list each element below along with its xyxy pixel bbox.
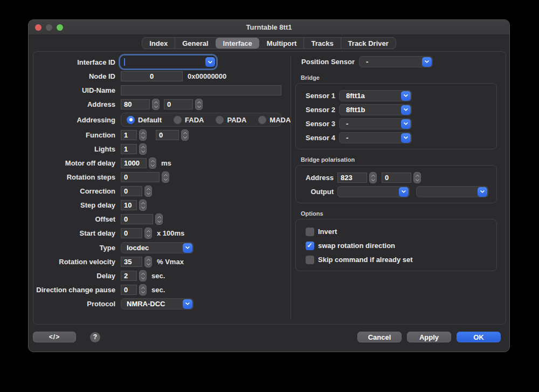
chevron-down-icon[interactable] [205,57,215,67]
checkbox-icon[interactable] [306,242,314,250]
radio-button-icon[interactable] [127,116,135,124]
bridge-polarisation-group: Bridge polarisation Address 823 0 [295,156,497,203]
step-delay-label: Step delay [33,201,115,209]
chevron-down-icon [141,134,144,138]
polarisation-address-field-2[interactable]: 0 [382,173,411,183]
close-button[interactable] [35,24,42,31]
address-field-1[interactable]: 80 [121,99,150,109]
offset-stepper[interactable] [155,214,163,225]
invert-option[interactable]: Invert [306,226,491,237]
checkbox-icon[interactable] [306,228,314,236]
lights-field[interactable]: 1 [121,144,137,154]
titlebar[interactable]: Turntable 8tt1 [29,20,509,35]
address-spinner-2: 0 [164,99,203,110]
address-row: Address 80 0 [33,99,291,110]
position-sensor-select[interactable]: - [359,56,433,67]
radio-fada[interactable]: FADA [174,116,204,124]
minimize-button[interactable] [46,24,52,31]
rotation-velocity-field[interactable]: 35 [121,257,142,267]
skip-command-option[interactable]: Skip command if already set [306,254,491,265]
tab-index[interactable]: Index [142,38,175,49]
polarisation-address-stepper-1[interactable] [369,172,377,183]
rotation-steps-field[interactable]: 0 [121,172,160,182]
rotation-velocity-stepper[interactable] [144,256,152,267]
chevron-down-icon [401,133,411,143]
sensor-1-select[interactable]: 8ftt1a [339,90,412,101]
uid-name-field[interactable] [121,85,281,95]
tab-interface[interactable]: Interface [216,38,259,49]
address-stepper-1[interactable] [152,99,160,110]
chevron-down-icon [141,204,144,208]
direction-change-pause-field[interactable]: 0 [121,285,137,295]
checkbox-icon[interactable] [306,256,314,264]
type-select[interactable]: locdec [121,242,194,253]
node-id-label: Node ID [33,72,115,80]
polarisation-address-field-1[interactable]: 823 [337,173,367,183]
output-select-1[interactable] [337,186,410,197]
chevron-down-icon [478,187,487,197]
correction-field[interactable]: 0 [121,186,142,196]
rotation-steps-stepper[interactable] [162,171,169,183]
radio-button-icon[interactable] [258,116,266,124]
chevron-down-icon [141,275,144,279]
tab-track-driver[interactable]: Track Driver [341,38,396,49]
function-stepper-1[interactable] [139,129,147,141]
addressing-radio-group: Default FADA PADA MADA [121,113,281,127]
address-label: Address [33,100,115,108]
motor-off-delay-stepper[interactable] [149,157,156,169]
direction-change-pause-stepper[interactable] [139,284,147,295]
tab-multiport[interactable]: Multiport [259,38,304,49]
sensor-3-select[interactable]: - [339,118,412,129]
start-delay-unit: x 100ms [157,229,184,237]
start-delay-stepper[interactable] [144,228,152,239]
step-delay-stepper[interactable] [139,200,147,211]
chevron-down-icon [163,176,167,180]
zoom-button[interactable] [57,24,63,31]
address-stepper-2[interactable] [195,99,203,110]
rotation-velocity-row: Rotation velocity 35 % Vmax [33,256,291,267]
cancel-button[interactable]: Cancel [357,332,402,342]
polarisation-address-row: Address 823 0 [306,172,491,183]
delay-stepper[interactable] [139,270,147,281]
node-id-field[interactable]: 0 [121,71,183,81]
polarisation-address-stepper-2[interactable] [413,172,421,183]
sensor-3-row: Sensor 3 - [306,118,491,129]
apply-button[interactable]: Apply [407,332,451,342]
radio-button-icon[interactable] [216,116,224,124]
radio-pada[interactable]: PADA [216,116,246,124]
correction-stepper[interactable] [144,185,152,197]
protocol-select[interactable]: NMRA-DCC [121,298,194,310]
offset-spinner: 0 [121,214,163,225]
radio-mada[interactable]: MADA [258,116,291,124]
direction-change-pause-unit: sec. [151,286,165,294]
output-select-2[interactable] [416,186,488,197]
sensor-2-select[interactable]: 8ftt1b [339,104,412,115]
lights-stepper[interactable] [139,143,147,155]
code-view-button[interactable]: </> [33,332,76,342]
swap-rotation-direction-option[interactable]: swap rotation direction [306,240,491,251]
radio-button-icon[interactable] [174,116,182,124]
start-delay-spinner: 0 [121,228,152,239]
motor-off-delay-field[interactable]: 1000 [121,158,147,168]
interface-id-combobox[interactable] [121,56,216,68]
delay-field[interactable]: 2 [121,271,137,281]
offset-field[interactable]: 0 [121,214,153,224]
ok-button[interactable]: OK [457,332,501,342]
tab-general[interactable]: General [175,38,215,49]
sensor-4-select[interactable]: - [339,132,412,143]
chevron-down-icon [422,57,432,67]
sensor-4-label: Sensor 4 [306,134,335,142]
function-stepper-2[interactable] [181,129,189,141]
address-field-2[interactable]: 0 [164,99,193,109]
tab-tracks[interactable]: Tracks [303,38,340,49]
start-delay-field[interactable]: 0 [121,228,142,238]
step-delay-field[interactable]: 10 [121,200,137,210]
chevron-down-icon [141,289,144,293]
function-field-1[interactable]: 1 [121,130,137,140]
rotation-velocity-unit: % Vmax [157,258,184,266]
radio-default[interactable]: Default [127,116,162,124]
chevron-down-icon [183,243,192,253]
function-field-2[interactable]: 0 [156,130,179,140]
help-button[interactable]: ? [90,332,100,342]
chevron-down-icon [401,119,411,129]
